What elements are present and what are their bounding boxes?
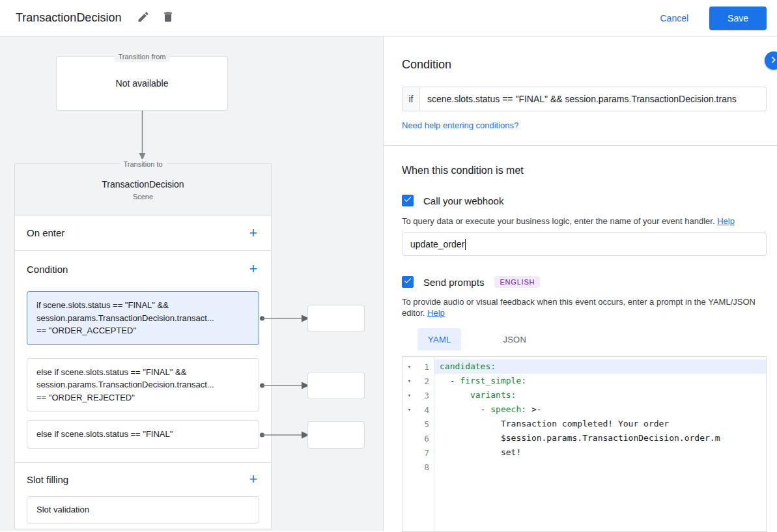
add-condition-button[interactable]: +	[244, 259, 263, 279]
condition-section-label: Condition	[27, 264, 68, 275]
condition-help-link[interactable]: Need help entering conditions?	[402, 120, 518, 130]
code-line: - first_simple:	[434, 374, 766, 388]
save-button[interactable]: Save	[709, 7, 767, 30]
edit-title-button[interactable]	[133, 8, 154, 29]
check-icon	[403, 276, 412, 288]
line-number: 2	[416, 376, 434, 386]
condition-connector-arrow	[259, 430, 310, 440]
tab-yaml[interactable]: YAML	[417, 328, 461, 350]
scene-card-header[interactable]: TransactionDecision Scene	[15, 164, 271, 216]
slot-filling-label: Slot filling	[27, 474, 68, 485]
transition-arrow-down	[138, 111, 147, 160]
line-number: 7	[416, 448, 434, 458]
line-number: 5	[416, 419, 434, 429]
on-enter-row: On enter +	[15, 216, 271, 251]
slot-validation-label: Slot validation	[36, 505, 89, 514]
fold-arrow-icon[interactable]: ▾	[403, 392, 416, 399]
panel-title: Condition	[402, 57, 767, 72]
condition-line: if scene.slots.status == "FINAL" &&	[36, 299, 249, 312]
language-badge: ENGLISH	[494, 276, 540, 288]
condition-line: session.params.TransactionDecision.trans…	[36, 312, 249, 325]
linked-scene-node[interactable]	[307, 372, 365, 399]
check-icon	[403, 195, 412, 206]
prompts-checkbox[interactable]	[402, 276, 414, 288]
condition-line: session.params.TransactionDecision.trans…	[36, 378, 249, 391]
condition-line: else if scene.slots.status == "FINAL"	[36, 428, 249, 441]
if-chip: if	[402, 87, 419, 111]
app-window: TransactionDecision Cancel Save Transiti…	[0, 0, 777, 532]
top-bar: TransactionDecision Cancel Save	[0, 0, 777, 36]
line-number: 4	[416, 405, 434, 415]
webhook-description: To query data or execute your business l…	[402, 216, 767, 227]
cancel-button[interactable]: Cancel	[655, 8, 694, 29]
scene-canvas: Transition from Not available Transition…	[0, 36, 383, 531]
page-title: TransactionDecision	[16, 11, 121, 25]
condition-expression-row: if scene.slots.status == "FINAL" && sess…	[402, 87, 767, 111]
condition-item-rejected[interactable]: else if scene.slots.status == "FINAL" &&…	[27, 358, 259, 412]
transition-from-value: Not available	[116, 78, 169, 89]
code-line: variants:	[434, 388, 766, 402]
prompts-checkbox-label[interactable]: Send prompts	[423, 277, 484, 288]
fold-arrow-icon[interactable]: ▾	[403, 378, 416, 384]
code-line: Transaction completed! Your order	[434, 417, 766, 431]
condition-line: == "ORDER_REJECTED"	[36, 391, 249, 404]
condition-line: == "ORDER_ACCEPTED"	[36, 324, 249, 337]
line-number: 1	[416, 362, 434, 372]
condition-line: else if scene.slots.status == "FINAL" &&	[36, 366, 249, 379]
condition-section-row: Condition +	[15, 251, 271, 287]
webhook-checkbox[interactable]	[402, 195, 414, 206]
webhook-checkbox-label[interactable]: Call your webhook	[423, 195, 503, 206]
code-line: $session.params.TransactionDecision.orde…	[434, 431, 766, 445]
chevron-right-icon	[767, 53, 777, 68]
prompts-help-link[interactable]: Help	[427, 308, 445, 318]
linked-scene-node[interactable]	[307, 421, 365, 449]
prompts-description: To provide audio or visual feedback when…	[402, 296, 767, 318]
transition-to-label: Transition to	[119, 159, 166, 169]
yaml-code-editor: ▾1 ▾2 ▾3 ▾4 5 6 7 8 candidates: - first_…	[402, 356, 767, 532]
condition-expression-input[interactable]: scene.slots.status == "FINAL" && session…	[419, 87, 767, 111]
slot-filling-row: Slot filling +	[15, 463, 271, 496]
text-cursor	[465, 239, 466, 250]
transition-from-label: Transition from	[115, 51, 170, 62]
section-title: When this condition is met	[402, 164, 767, 177]
trash-icon	[162, 10, 175, 25]
transition-from-node: Transition from Not available	[56, 56, 228, 111]
scene-card-title: TransactionDecision	[102, 179, 184, 189]
webhook-checkbox-row: Call your webhook	[402, 194, 767, 207]
fold-arrow-icon[interactable]: ▾	[403, 406, 416, 413]
condition-connector-arrow	[259, 381, 310, 390]
pencil-icon	[137, 10, 150, 25]
code-line: set!	[434, 445, 766, 460]
webhook-help-link[interactable]: Help	[717, 216, 735, 226]
code-line	[434, 460, 766, 474]
editor-tabs: YAML JSON	[417, 328, 767, 350]
editor-code-area[interactable]: candidates: - first_simple: variants: - …	[434, 357, 766, 531]
line-number: 8	[416, 462, 434, 472]
condition-detail-panel: Condition if scene.slots.status == "FINA…	[383, 36, 777, 531]
add-slot-button[interactable]: +	[244, 469, 263, 489]
linked-scene-node[interactable]	[307, 305, 365, 332]
condition-item-final[interactable]: else if scene.slots.status == "FINAL"	[27, 420, 259, 449]
delete-scene-button[interactable]	[158, 8, 178, 29]
code-line: candidates:	[434, 359, 766, 374]
prompts-checkbox-row: Send prompts ENGLISH	[402, 275, 767, 288]
add-on-enter-button[interactable]: +	[244, 223, 263, 243]
panel-divider	[384, 145, 777, 146]
webhook-handler-input[interactable]: update_order	[402, 232, 767, 256]
line-number: 6	[416, 434, 434, 443]
line-number: 3	[416, 391, 434, 400]
on-enter-label: On enter	[27, 227, 64, 238]
editor-gutter: ▾1 ▾2 ▾3 ▾4 5 6 7 8	[403, 357, 434, 531]
scene-card: Transition to TransactionDecision Scene …	[14, 163, 272, 529]
condition-connector-arrow	[259, 314, 310, 323]
fold-arrow-icon[interactable]: ▾	[403, 363, 416, 370]
scene-card-subtitle: Scene	[133, 193, 153, 201]
code-line: - speech: >-	[434, 402, 766, 417]
tab-json[interactable]: JSON	[492, 328, 537, 350]
slot-validation-item[interactable]: Slot validation	[27, 496, 259, 524]
condition-item-accepted[interactable]: if scene.slots.status == "FINAL" && sess…	[27, 291, 259, 345]
